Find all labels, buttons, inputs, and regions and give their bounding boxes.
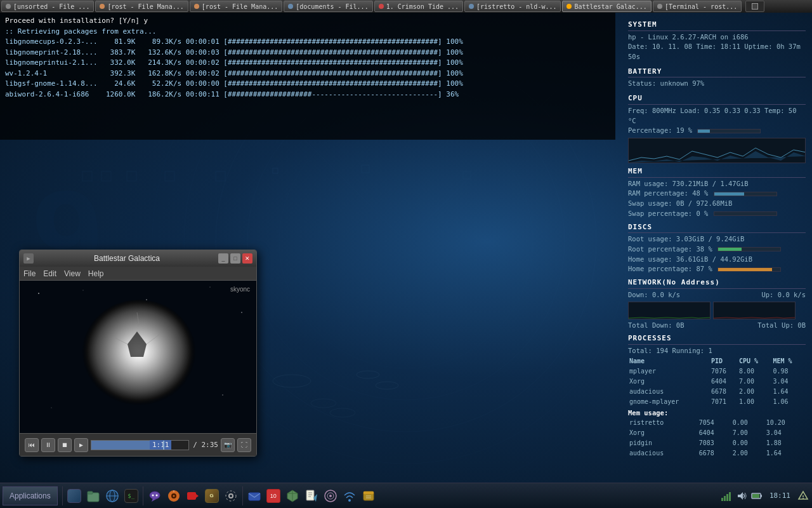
taskbar-item-2[interactable]: [rost - File Mana... <box>190 1 282 12</box>
taskbar-item-0[interactable]: [unsorted - File ... <box>1 1 94 12</box>
terminal-package-row: wv-1.2.4-1 392.3K 162.8K/s 00:00:02 [###… <box>5 69 610 79</box>
conky-procs-table: Name PID CPU % MEM % mplayer 7076 8.00 0… <box>628 356 806 407</box>
proc-name: Xorg <box>628 428 698 438</box>
mp-close-button[interactable]: ✕ <box>242 253 252 264</box>
terminal-icon[interactable]: $_ <box>122 487 140 505</box>
svg-rect-12 <box>273 168 278 173</box>
conky-root-bar <box>717 247 781 251</box>
conky-cpu-freq: Freq: 800MHz Load: 0.35 0.33 0.33 Temp: … <box>628 106 806 126</box>
mp-minimize-button[interactable]: _ <box>218 253 228 264</box>
proc-cpu: 2.00 <box>731 448 765 458</box>
conky-home-bar <box>717 267 781 272</box>
terminal-package-row: abiword-2.6.4-1-i686 1260.0K 186.2K/s 00… <box>5 90 610 100</box>
mp-pause-button[interactable]: ⏸ <box>41 438 55 452</box>
proc-name: pidgin <box>628 438 698 448</box>
taskbar-separator-1 <box>62 486 63 505</box>
proc-cpu-row: audacious 6678 2.00 1.64 <box>628 387 806 397</box>
taskbar-dot-4 <box>379 4 384 9</box>
procs-cpu-body: mplayer 7076 8.00 0.98Xorg 6404 7.00 3.0… <box>628 366 806 407</box>
svg-point-81 <box>802 498 804 499</box>
mp-progress-bar[interactable]: 1:11 <box>91 440 189 450</box>
conky-cpu-bar <box>697 129 761 133</box>
proc-mem-row: pidgin 7083 0.00 1.88 <box>628 438 806 448</box>
terminal-package-row: libgnomeprintui-2.1... 332.0K 214.3K/s 0… <box>5 58 610 69</box>
systray-notifications[interactable] <box>797 487 809 505</box>
taskbar-dot-5 <box>469 4 474 9</box>
mp-titlebar: ▶ Battlestar Galactica _ □ ✕ <box>20 250 256 267</box>
conky-swap: Swap usage: 0B / 972.68MiB <box>628 199 806 209</box>
image-viewer-icon[interactable] <box>322 487 339 505</box>
svg-rect-73 <box>726 494 728 501</box>
mp-play-button[interactable]: ▶ <box>74 438 88 452</box>
gimp-icon[interactable]: G <box>203 487 221 505</box>
taskbar-item-5[interactable]: [ristretto - nld-w... <box>464 1 561 12</box>
terminal-package-row: libgsf-gnome-1.14.8... 24.6K 52.2K/s 00:… <box>5 79 610 90</box>
proc-mem: 1.64 <box>772 387 806 397</box>
email-icon[interactable] <box>246 487 263 505</box>
music-icon[interactable] <box>165 487 183 505</box>
systray-battery[interactable] <box>750 487 763 505</box>
archive-icon[interactable] <box>360 487 377 505</box>
svg-point-42 <box>150 491 160 499</box>
svg-point-27 <box>210 287 211 288</box>
svg-point-25 <box>83 290 84 291</box>
svg-rect-13 <box>362 165 369 173</box>
mp-prev-button[interactable]: ⏮ <box>25 438 39 452</box>
mp-screenshot-button[interactable]: 📷 <box>221 438 235 452</box>
proc-cpu: 8.00 <box>738 366 771 377</box>
taskbar-item-3[interactable]: [documents - Fil... <box>284 1 372 12</box>
conky-cpu-pct: Percentage: 19 % <box>628 126 806 136</box>
svg-rect-74 <box>729 492 731 501</box>
proc-pid: 6404 <box>698 428 731 438</box>
col-cpu: CPU % <box>738 356 771 366</box>
taskbar-bottom: Applications $_ <box>0 483 812 508</box>
mp-menu-edit[interactable]: Edit <box>43 269 56 278</box>
proc-name: audacious <box>628 448 698 458</box>
video-icon[interactable] <box>184 487 202 505</box>
desktop-icon[interactable] <box>65 487 83 505</box>
settings-icon[interactable] <box>222 487 240 505</box>
mp-menu-help[interactable]: Help <box>88 269 104 278</box>
pidgin-icon[interactable] <box>146 487 164 505</box>
package-manager-icon[interactable] <box>284 487 301 505</box>
applications-button[interactable]: Applications <box>3 486 58 505</box>
conky-swap-pct: Swap percentage: 0 % <box>628 209 806 219</box>
mp-time-display: 1:11 / 2:35 <box>91 440 218 450</box>
taskbar-item-1[interactable]: [rost - File Mana... <box>95 1 188 12</box>
network-icon[interactable] <box>341 487 358 505</box>
proc-pid: 7054 <box>698 418 731 428</box>
svg-rect-21 <box>629 302 710 319</box>
calendar-icon[interactable]: 10 <box>265 487 282 505</box>
taskbar-item-7[interactable]: [Terminal - rost... <box>653 1 742 12</box>
mp-fullscreen-button[interactable]: ⛶ <box>237 438 251 452</box>
media-player-window: ▶ Battlestar Galactica _ □ ✕ File Edit V… <box>19 250 257 457</box>
browser-icon[interactable] <box>103 487 121 505</box>
conky-ram-bar-fill <box>714 192 744 196</box>
proc-cpu-row: gnome-mplayer 7071 1.00 1.06 <box>628 397 806 407</box>
mp-menu-file[interactable]: File <box>23 269 36 278</box>
file-manager-icon[interactable] <box>84 487 102 505</box>
proc-cpu: 7.00 <box>738 377 771 387</box>
proc-cpu: 0.00 <box>731 418 765 428</box>
taskbar-label-5: [ristretto - nld-w... <box>476 3 556 10</box>
mp-maximize-button[interactable]: □ <box>230 253 240 264</box>
proc-cpu: 7.00 <box>731 428 765 438</box>
taskbar-item-4[interactable]: 1. Crimson Tide ... <box>374 1 463 12</box>
systray-network[interactable] <box>720 487 733 505</box>
text-editor-icon[interactable] <box>303 487 320 505</box>
conky-disk-home: Home usage: 36.61GiB / 44.92GiB <box>628 255 806 265</box>
workspace-switcher[interactable] <box>745 1 764 12</box>
terminal-line-2: :: Retrieving packages from extra... <box>5 27 610 37</box>
systray-volume[interactable] <box>735 487 748 505</box>
proc-pid: 7071 <box>710 397 738 407</box>
proc-pid: 6678 <box>710 387 738 397</box>
svg-point-18 <box>311 399 336 408</box>
conky-battery-title: BATTERY <box>628 66 806 78</box>
mp-menu-view[interactable]: View <box>64 269 81 278</box>
conky-home-bar-fill <box>718 268 772 271</box>
taskbar-item-6[interactable]: Battlestar Galac... <box>562 1 651 12</box>
svg-point-24 <box>38 293 39 294</box>
conky-procs-title: PROCESSES <box>628 333 806 345</box>
mp-stop-button[interactable]: ⏹ <box>58 438 72 452</box>
proc-name: ristretto <box>628 418 698 428</box>
